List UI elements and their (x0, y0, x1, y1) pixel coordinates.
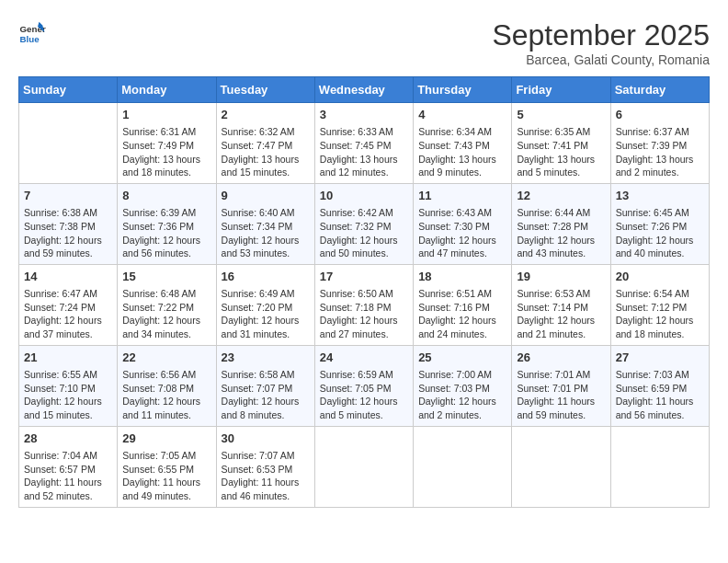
day-info-line: and 18 minutes. (616, 327, 704, 341)
calendar-cell: 30Sunrise: 7:07 AMSunset: 6:53 PMDayligh… (216, 426, 314, 507)
day-info-line: and 5 minutes. (517, 166, 605, 179)
day-info-line: Sunrise: 6:40 AM (222, 206, 310, 220)
day-number: 20 (616, 269, 704, 285)
day-info-line: Sunset: 7:05 PM (320, 382, 408, 396)
day-info-line: Sunrise: 7:04 AM (24, 449, 112, 463)
calendar-cell: 19Sunrise: 6:53 AMSunset: 7:14 PMDayligh… (512, 264, 610, 345)
day-number: 3 (320, 107, 408, 123)
day-info-line: Sunrise: 7:07 AM (222, 449, 310, 463)
day-info-line: Sunrise: 6:44 AM (517, 206, 605, 220)
day-info-line: Daylight: 12 hours (24, 395, 112, 408)
calendar-cell: 1Sunrise: 6:31 AMSunset: 7:49 PMDaylight… (118, 103, 216, 184)
day-number: 14 (24, 269, 112, 285)
day-info-line: Sunset: 7:45 PM (320, 139, 408, 153)
day-info-line: Sunrise: 6:58 AM (222, 368, 310, 382)
calendar-cell: 9Sunrise: 6:40 AMSunset: 7:34 PMDaylight… (216, 183, 314, 264)
day-info-line: Sunrise: 6:45 AM (616, 206, 704, 220)
calendar-cell (19, 103, 118, 184)
calendar-cell: 22Sunrise: 6:56 AMSunset: 7:08 PMDayligh… (118, 345, 216, 426)
day-info-line: Sunset: 7:16 PM (418, 301, 506, 315)
calendar-week-row: 1Sunrise: 6:31 AMSunset: 7:49 PMDaylight… (19, 103, 710, 184)
day-info-line: and 47 minutes. (418, 247, 506, 260)
calendar-cell: 18Sunrise: 6:51 AMSunset: 7:16 PMDayligh… (414, 264, 512, 345)
day-info-line: Sunset: 7:26 PM (616, 220, 704, 234)
day-info-line: Sunrise: 7:05 AM (122, 449, 210, 463)
calendar-cell: 10Sunrise: 6:42 AMSunset: 7:32 PMDayligh… (314, 183, 413, 264)
day-info-line: Sunrise: 6:37 AM (616, 125, 704, 139)
logo: General Blue (18, 18, 46, 46)
day-info-line: and 53 minutes. (222, 247, 310, 260)
calendar-cell: 25Sunrise: 7:00 AMSunset: 7:03 PMDayligh… (414, 345, 512, 426)
calendar-cell: 7Sunrise: 6:38 AMSunset: 7:38 PMDaylight… (19, 183, 118, 264)
header-wednesday: Wednesday (314, 77, 413, 103)
calendar-week-row: 21Sunrise: 6:55 AMSunset: 7:10 PMDayligh… (19, 345, 710, 426)
day-info-line: Sunrise: 6:50 AM (320, 287, 408, 301)
day-info-line: Sunrise: 6:49 AM (222, 287, 310, 301)
day-info-line: Sunrise: 7:00 AM (418, 368, 506, 382)
day-info-line: Daylight: 11 hours (616, 395, 704, 408)
day-info-line: and 8 minutes. (222, 408, 310, 422)
calendar-cell: 13Sunrise: 6:45 AMSunset: 7:26 PMDayligh… (610, 183, 709, 264)
day-number: 10 (320, 188, 408, 204)
day-number: 19 (517, 269, 605, 285)
page-header: General Blue September 2025 Barcea, Gala… (18, 18, 710, 67)
day-info-line: Sunrise: 6:56 AM (122, 368, 210, 382)
calendar-cell: 3Sunrise: 6:33 AMSunset: 7:45 PMDaylight… (314, 103, 413, 184)
day-number: 30 (222, 431, 310, 447)
day-info-line: and 59 minutes. (24, 247, 112, 260)
logo-icon: General Blue (18, 18, 46, 46)
day-info-line: Sunset: 6:55 PM (122, 463, 210, 477)
weekday-header-row: Sunday Monday Tuesday Wednesday Thursday… (19, 77, 710, 103)
day-info-line: Sunset: 7:18 PM (320, 301, 408, 315)
day-info-line: Daylight: 12 hours (122, 234, 210, 247)
day-info-line: Sunrise: 6:47 AM (24, 287, 112, 301)
day-info-line: Sunrise: 6:39 AM (122, 206, 210, 220)
calendar-cell: 21Sunrise: 6:55 AMSunset: 7:10 PMDayligh… (19, 345, 118, 426)
day-info-line: Sunset: 7:47 PM (222, 139, 310, 153)
header-thursday: Thursday (414, 77, 512, 103)
day-info-line: and 24 minutes. (418, 327, 506, 341)
day-info-line: Sunrise: 6:48 AM (122, 287, 210, 301)
day-number: 22 (122, 350, 210, 366)
day-info-line: Sunrise: 6:51 AM (418, 287, 506, 301)
header-saturday: Saturday (610, 77, 709, 103)
day-number: 12 (517, 188, 605, 204)
day-info-line: Daylight: 12 hours (222, 234, 310, 247)
day-info-line: Daylight: 12 hours (418, 314, 506, 327)
day-number: 18 (418, 269, 506, 285)
calendar-cell: 8Sunrise: 6:39 AMSunset: 7:36 PMDaylight… (118, 183, 216, 264)
day-number: 24 (320, 350, 408, 366)
day-info-line: Daylight: 12 hours (517, 234, 605, 247)
day-number: 4 (418, 107, 506, 123)
day-info-line: and 43 minutes. (517, 247, 605, 260)
day-info-line: Sunset: 7:28 PM (517, 220, 605, 234)
calendar-cell: 4Sunrise: 6:34 AMSunset: 7:43 PMDaylight… (414, 103, 512, 184)
day-info-line: Sunset: 7:32 PM (320, 220, 408, 234)
header-monday: Monday (118, 77, 216, 103)
day-info-line: and 52 minutes. (24, 489, 112, 503)
day-info-line: Sunset: 7:14 PM (517, 301, 605, 315)
header-sunday: Sunday (19, 77, 118, 103)
calendar-cell (314, 426, 413, 507)
day-info-line: Sunset: 7:08 PM (122, 382, 210, 396)
day-info-line: Sunset: 7:38 PM (24, 220, 112, 234)
day-info-line: Sunrise: 6:59 AM (320, 368, 408, 382)
day-info-line: and 56 minutes. (122, 247, 210, 260)
day-info-line: Daylight: 12 hours (418, 234, 506, 247)
day-info-line: and 34 minutes. (122, 327, 210, 341)
day-info-line: and 18 minutes. (122, 166, 210, 179)
day-number: 8 (122, 188, 210, 204)
day-info-line: and 37 minutes. (24, 327, 112, 341)
day-number: 15 (122, 269, 210, 285)
day-info-line: Sunset: 7:24 PM (24, 301, 112, 315)
day-info-line: Sunset: 7:34 PM (222, 220, 310, 234)
day-info-line: Sunrise: 7:01 AM (517, 368, 605, 382)
day-info-line: Daylight: 12 hours (222, 395, 310, 408)
day-info-line: Sunset: 7:22 PM (122, 301, 210, 315)
day-info-line: Sunrise: 6:34 AM (418, 125, 506, 139)
day-number: 6 (616, 107, 704, 123)
calendar-subtitle: Barcea, Galati County, Romania (492, 52, 710, 67)
day-info-line: Sunset: 7:43 PM (418, 139, 506, 153)
calendar-week-row: 28Sunrise: 7:04 AMSunset: 6:57 PMDayligh… (19, 426, 710, 507)
calendar-header: Sunday Monday Tuesday Wednesday Thursday… (19, 77, 710, 103)
